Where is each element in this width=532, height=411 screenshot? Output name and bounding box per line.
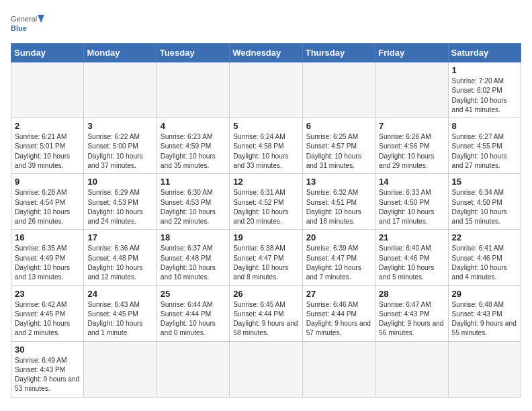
calendar-cell: 28Sunrise: 6:47 AM Sunset: 4:43 PM Dayli… (375, 285, 448, 341)
day-info: Sunrise: 6:22 AM Sunset: 5:00 PM Dayligh… (87, 132, 152, 171)
day-info: Sunrise: 6:41 AM Sunset: 4:46 PM Dayligh… (452, 244, 517, 282)
calendar-row-4: 23Sunrise: 6:42 AM Sunset: 4:45 PM Dayli… (11, 285, 521, 341)
calendar-cell: 4Sunrise: 6:23 AM Sunset: 4:59 PM Daylig… (157, 118, 229, 174)
day-number: 9 (15, 177, 80, 187)
calendar-table: SundayMondayTuesdayWednesdayThursdayFrid… (11, 43, 521, 398)
weekday-header-sunday: Sunday (11, 44, 84, 62)
calendar-cell (375, 341, 448, 397)
day-number: 13 (306, 177, 371, 187)
calendar-cell: 30Sunrise: 6:49 AM Sunset: 4:43 PM Dayli… (11, 341, 84, 397)
day-number: 3 (87, 121, 152, 131)
calendar-cell: 5Sunrise: 6:24 AM Sunset: 4:58 PM Daylig… (230, 118, 302, 174)
calendar-cell: 22Sunrise: 6:41 AM Sunset: 4:46 PM Dayli… (448, 230, 521, 285)
day-info: Sunrise: 6:36 AM Sunset: 4:48 PM Dayligh… (87, 244, 152, 282)
day-info: Sunrise: 6:29 AM Sunset: 4:53 PM Dayligh… (87, 188, 152, 226)
calendar-cell (302, 341, 375, 397)
weekday-header-thursday: Thursday (302, 44, 375, 62)
day-number: 24 (87, 289, 152, 299)
day-number: 2 (15, 121, 80, 131)
day-number: 11 (161, 177, 226, 187)
calendar-row-2: 9Sunrise: 6:28 AM Sunset: 4:54 PM Daylig… (11, 174, 521, 230)
day-number: 27 (306, 289, 371, 299)
day-number: 25 (161, 289, 226, 299)
svg-text:Blue: Blue (11, 24, 27, 32)
weekday-header-friday: Friday (375, 44, 448, 62)
calendar-cell (302, 62, 375, 118)
calendar-cell: 26Sunrise: 6:45 AM Sunset: 4:44 PM Dayli… (230, 285, 302, 341)
day-number: 12 (233, 177, 298, 187)
day-info: Sunrise: 6:39 AM Sunset: 4:47 PM Dayligh… (306, 244, 371, 282)
day-number: 30 (15, 345, 80, 355)
calendar-cell: 9Sunrise: 6:28 AM Sunset: 4:54 PM Daylig… (11, 174, 84, 230)
calendar-cell: 7Sunrise: 6:26 AM Sunset: 4:56 PM Daylig… (375, 118, 448, 174)
calendar-cell: 25Sunrise: 6:44 AM Sunset: 4:44 PM Dayli… (157, 285, 229, 341)
day-info: Sunrise: 6:32 AM Sunset: 4:51 PM Dayligh… (306, 188, 371, 226)
day-info: Sunrise: 6:34 AM Sunset: 4:50 PM Dayligh… (452, 188, 517, 226)
calendar-cell: 8Sunrise: 6:27 AM Sunset: 4:55 PM Daylig… (448, 118, 521, 174)
calendar-cell (448, 341, 521, 397)
day-number: 14 (379, 177, 444, 187)
page-header: General Blue (11, 11, 521, 38)
day-info: Sunrise: 6:35 AM Sunset: 4:49 PM Dayligh… (15, 244, 80, 282)
calendar-cell (157, 62, 229, 118)
calendar-cell: 6Sunrise: 6:25 AM Sunset: 4:57 PM Daylig… (302, 118, 375, 174)
calendar-cell: 12Sunrise: 6:31 AM Sunset: 4:52 PM Dayli… (230, 174, 302, 230)
calendar-cell (157, 341, 229, 397)
day-info: Sunrise: 6:37 AM Sunset: 4:48 PM Dayligh… (161, 244, 226, 282)
day-info: Sunrise: 6:40 AM Sunset: 4:46 PM Dayligh… (379, 244, 444, 282)
weekday-header-row: SundayMondayTuesdayWednesdayThursdayFrid… (11, 44, 521, 62)
calendar-cell (84, 341, 157, 397)
day-number: 18 (161, 232, 226, 242)
day-info: Sunrise: 6:27 AM Sunset: 4:55 PM Dayligh… (452, 132, 517, 171)
day-info: Sunrise: 6:38 AM Sunset: 4:47 PM Dayligh… (233, 244, 298, 282)
day-info: Sunrise: 6:33 AM Sunset: 4:50 PM Dayligh… (379, 188, 444, 226)
calendar-row-1: 2Sunrise: 6:21 AM Sunset: 5:01 PM Daylig… (11, 118, 521, 174)
calendar-cell (230, 62, 302, 118)
day-number: 17 (87, 232, 152, 242)
calendar-cell: 16Sunrise: 6:35 AM Sunset: 4:49 PM Dayli… (11, 230, 84, 285)
day-info: Sunrise: 6:21 AM Sunset: 5:01 PM Dayligh… (15, 132, 80, 171)
day-number: 5 (233, 121, 298, 131)
day-number: 29 (452, 289, 517, 299)
day-number: 19 (233, 232, 298, 242)
calendar-cell: 2Sunrise: 6:21 AM Sunset: 5:01 PM Daylig… (11, 118, 84, 174)
calendar-row-5: 30Sunrise: 6:49 AM Sunset: 4:43 PM Dayli… (11, 341, 521, 397)
calendar-cell: 11Sunrise: 6:30 AM Sunset: 4:53 PM Dayli… (157, 174, 229, 230)
logo: General Blue (11, 11, 44, 38)
calendar-cell: 21Sunrise: 6:40 AM Sunset: 4:46 PM Dayli… (375, 230, 448, 285)
day-number: 26 (233, 289, 298, 299)
weekday-header-saturday: Saturday (448, 44, 521, 62)
day-info: Sunrise: 6:31 AM Sunset: 4:52 PM Dayligh… (233, 188, 298, 226)
svg-text:General: General (11, 15, 37, 23)
weekday-header-monday: Monday (84, 44, 157, 62)
day-number: 21 (379, 232, 444, 242)
calendar-cell: 15Sunrise: 6:34 AM Sunset: 4:50 PM Dayli… (448, 174, 521, 230)
calendar-cell: 24Sunrise: 6:43 AM Sunset: 4:45 PM Dayli… (84, 285, 157, 341)
calendar-cell: 14Sunrise: 6:33 AM Sunset: 4:50 PM Dayli… (375, 174, 448, 230)
calendar-cell (84, 62, 157, 118)
weekday-header-wednesday: Wednesday (230, 44, 302, 62)
calendar-cell: 20Sunrise: 6:39 AM Sunset: 4:47 PM Dayli… (302, 230, 375, 285)
calendar-cell (375, 62, 448, 118)
day-info: Sunrise: 6:28 AM Sunset: 4:54 PM Dayligh… (15, 188, 80, 226)
calendar-row-3: 16Sunrise: 6:35 AM Sunset: 4:49 PM Dayli… (11, 230, 521, 285)
calendar-cell: 19Sunrise: 6:38 AM Sunset: 4:47 PM Dayli… (230, 230, 302, 285)
day-number: 20 (306, 232, 371, 242)
day-info: Sunrise: 6:25 AM Sunset: 4:57 PM Dayligh… (306, 132, 371, 171)
calendar-row-0: 1Sunrise: 7:20 AM Sunset: 6:02 PM Daylig… (11, 62, 521, 118)
day-info: Sunrise: 6:48 AM Sunset: 4:43 PM Dayligh… (452, 300, 517, 338)
day-info: Sunrise: 6:46 AM Sunset: 4:44 PM Dayligh… (306, 300, 371, 338)
logo-svg: General Blue (11, 11, 44, 38)
day-info: Sunrise: 6:49 AM Sunset: 4:43 PM Dayligh… (15, 356, 80, 394)
calendar-cell: 29Sunrise: 6:48 AM Sunset: 4:43 PM Dayli… (448, 285, 521, 341)
day-number: 15 (452, 177, 517, 187)
calendar-cell (11, 62, 84, 118)
day-info: Sunrise: 6:23 AM Sunset: 4:59 PM Dayligh… (161, 132, 226, 171)
calendar-cell: 23Sunrise: 6:42 AM Sunset: 4:45 PM Dayli… (11, 285, 84, 341)
day-number: 7 (379, 121, 444, 131)
day-info: Sunrise: 6:47 AM Sunset: 4:43 PM Dayligh… (379, 300, 444, 338)
day-number: 1 (452, 65, 517, 75)
day-info: Sunrise: 6:30 AM Sunset: 4:53 PM Dayligh… (161, 188, 226, 226)
calendar-cell: 1Sunrise: 7:20 AM Sunset: 6:02 PM Daylig… (448, 62, 521, 118)
day-number: 8 (452, 121, 517, 131)
